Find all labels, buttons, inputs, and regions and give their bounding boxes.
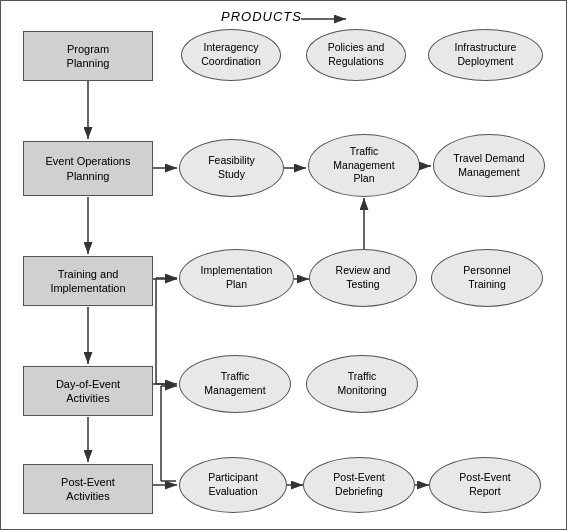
rect-day-of-event: Day-of-EventActivities	[23, 366, 153, 416]
products-label: PRODUCTS	[221, 9, 302, 24]
oval-post-event-debrief: Post-EventDebriefing	[303, 457, 415, 513]
oval-policies: Policies andRegulations	[306, 29, 406, 81]
oval-personnel-training: PersonnelTraining	[431, 249, 543, 307]
oval-feasibility: FeasibilityStudy	[179, 139, 284, 197]
oval-travel-demand: Travel DemandManagement	[433, 134, 545, 197]
oval-post-event-report: Post-EventReport	[429, 457, 541, 513]
oval-infrastructure: InfrastructureDeployment	[428, 29, 543, 81]
oval-interagency: InteragencyCoordination	[181, 29, 281, 81]
oval-traffic-monitoring: TrafficMonitoring	[306, 355, 418, 413]
diagram-container: PRODUCTS ProgramPlanning Event Operation…	[0, 0, 567, 530]
rect-post-event: Post-EventActivities	[23, 464, 153, 514]
rect-program-planning: ProgramPlanning	[23, 31, 153, 81]
oval-traffic-mgmt-plan: TrafficManagementPlan	[308, 134, 420, 197]
oval-implementation: ImplementationPlan	[179, 249, 294, 307]
rect-event-operations: Event OperationsPlanning	[23, 141, 153, 196]
rect-training: Training andImplementation	[23, 256, 153, 306]
oval-review-testing: Review andTesting	[309, 249, 417, 307]
oval-traffic-management: TrafficManagement	[179, 355, 291, 413]
oval-participant-eval: ParticipantEvaluation	[179, 457, 287, 513]
